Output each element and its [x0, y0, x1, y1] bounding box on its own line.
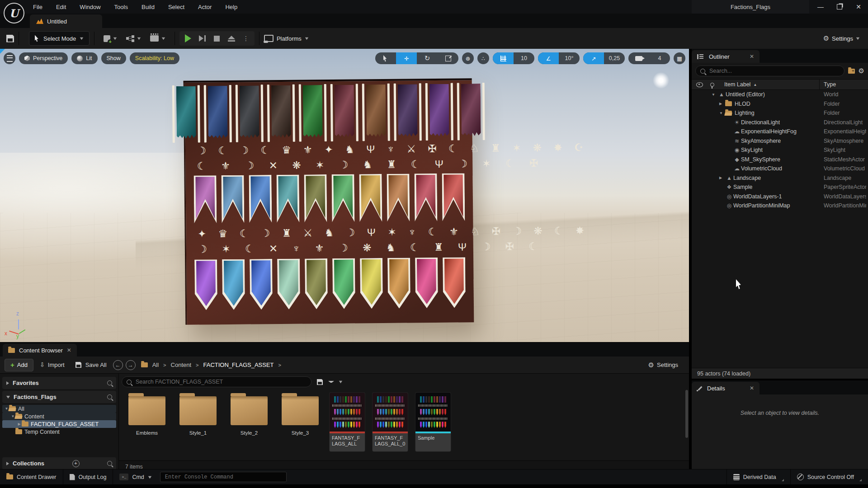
show-dropdown[interactable]: Show	[101, 52, 126, 64]
expand-arrow-icon[interactable]: ▶	[719, 102, 725, 106]
folder-tree-item[interactable]: ▼Content	[2, 413, 116, 420]
content-drawer-button[interactable]: Content Drawer	[0, 469, 63, 484]
move-tool-button[interactable]: ✛	[396, 52, 417, 64]
outliner-row[interactable]: ▼LightingFolder	[692, 108, 868, 118]
import-button[interactable]: ⇩ Import	[36, 361, 68, 368]
perspective-dropdown[interactable]: Perspective	[19, 52, 68, 64]
frame-skip-button[interactable]	[196, 32, 209, 45]
stop-button[interactable]	[210, 32, 224, 45]
console-input[interactable]	[164, 474, 283, 481]
tab-untitled[interactable]: Untitled	[30, 14, 102, 28]
asset-search-input[interactable]	[135, 378, 307, 385]
breadcrumb-item[interactable]: FACTION_FLAGS_ASSET	[203, 361, 274, 368]
add-button[interactable]: + Add	[5, 359, 33, 371]
outliner-row[interactable]: ◉SkyLightSkyLight	[692, 145, 868, 155]
new-folder-icon[interactable]: +	[848, 69, 855, 74]
collections-section[interactable]: Collections +	[2, 457, 116, 469]
cmd-dropdown[interactable]: >_ Cmd ▼	[113, 469, 158, 484]
tab-content-browser[interactable]: Content Browser ✕	[3, 344, 77, 357]
breadcrumb-item[interactable]: All	[152, 361, 159, 368]
menu-actor[interactable]: Actor	[191, 4, 218, 10]
toolbar-settings-button[interactable]: ⚙ Settings ▼	[823, 34, 868, 42]
surface-snap-button[interactable]: ∴	[477, 52, 489, 64]
folder-tile[interactable]: Style_2	[227, 393, 271, 436]
menu-build[interactable]: Build	[135, 4, 161, 10]
scrollbar[interactable]	[685, 390, 688, 438]
source-control-button[interactable]: Source Control Off	[791, 469, 868, 484]
outliner-row[interactable]: ◆SM_SkySphereStaticMeshActor	[692, 155, 868, 164]
close-icon[interactable]: ✕	[750, 385, 754, 391]
rotation-snap-value[interactable]: 10°	[559, 52, 580, 64]
outliner-row[interactable]: ▶HLODFolder	[692, 99, 868, 109]
expand-arrow-icon[interactable]: ▶	[17, 422, 22, 426]
project-section[interactable]: Factions_Flags	[2, 391, 116, 403]
save-icon[interactable]	[6, 35, 14, 42]
select-tool-button[interactable]	[375, 52, 396, 64]
filter-icon[interactable]	[328, 381, 334, 383]
console-input-box[interactable]	[160, 472, 287, 482]
rotation-snap-toggle[interactable]: ∠	[538, 52, 559, 64]
close-button[interactable]: ✕	[849, 0, 868, 14]
menu-select[interactable]: Select	[161, 4, 191, 10]
collapse-arrow-icon[interactable]: ▼	[712, 93, 717, 97]
asset-tile[interactable]: FANTASY_FLAGS_ALL_0	[373, 393, 408, 451]
add-collection-icon[interactable]: +	[72, 460, 80, 467]
asset-tile[interactable]: FANTASY_FLAGS_ALL	[330, 393, 365, 451]
world-space-button[interactable]: ⊕	[462, 52, 474, 64]
expand-arrow-icon[interactable]: ▶	[719, 176, 725, 180]
chevron-down-icon[interactable]: ▼	[338, 380, 343, 384]
outliner-row[interactable]: ◎WorldDataLayers-1WorldDataLayers	[692, 192, 868, 202]
rotate-tool-button[interactable]: ↻	[417, 52, 438, 64]
grid-snap-toggle[interactable]	[493, 52, 514, 64]
asset-tile[interactable]: Sample	[415, 393, 451, 451]
output-log-button[interactable]: Output Log	[63, 469, 113, 484]
scale-tool-button[interactable]	[438, 52, 458, 64]
derived-data-button[interactable]: Derived Data	[727, 469, 790, 484]
viewport[interactable]: ☽ ☾ ☽ ☾ ♛ ⚜ ✦ ♞ Ψ ♆ ⚔ ✠ ☾ ♘ ♜ ✶ ❋ ✸ ☪ ☾ …	[0, 49, 689, 342]
scale-snap-toggle[interactable]: ↗	[583, 52, 604, 64]
save-all-button[interactable]: Save All	[71, 361, 110, 369]
menu-file[interactable]: File	[26, 4, 49, 10]
tab-outliner[interactable]: Outliner ✕	[692, 50, 760, 63]
content-browser-settings-button[interactable]: ⚙ Settings	[648, 361, 684, 369]
search-icon[interactable]	[107, 380, 112, 385]
outliner-settings-icon[interactable]: ⚙	[859, 67, 864, 75]
forward-button[interactable]: →	[126, 360, 136, 370]
grid-snap-value[interactable]: 10	[514, 52, 534, 64]
eject-button[interactable]	[225, 32, 238, 45]
outliner-row[interactable]: ☀DirectionalLightDirectionalLight	[692, 118, 868, 127]
tab-details[interactable]: Details ✕	[692, 382, 760, 394]
menu-edit[interactable]: Edit	[49, 4, 73, 10]
scalability-button[interactable]: Scalability: Low	[130, 52, 179, 64]
blueprints-button[interactable]: ▼	[122, 35, 146, 42]
pin-icon[interactable]	[710, 83, 714, 87]
visibility-eye-icon[interactable]	[696, 82, 703, 87]
outliner-row[interactable]: ▼▲Untitled (Editor)World	[692, 90, 868, 99]
search-icon[interactable]	[107, 394, 112, 399]
platforms-dropdown[interactable]: Platforms ▼	[264, 35, 309, 42]
folder-tile[interactable]: Style_1	[176, 393, 220, 436]
save-search-icon[interactable]	[317, 379, 323, 385]
close-icon[interactable]: ✕	[67, 347, 71, 353]
favorites-section[interactable]: Favorites	[2, 377, 116, 389]
outliner-row[interactable]: ◎WorldPartitionMiniMapWorldPartitionMini…	[692, 201, 868, 211]
outliner-row[interactable]: ▶▲LandscapeLandscape	[692, 174, 868, 183]
outliner-row[interactable]: ❖SamplePaperSpriteActor	[692, 183, 868, 192]
folder-tile[interactable]: Style_3	[278, 393, 322, 436]
back-button[interactable]: ←	[113, 360, 123, 370]
outliner-search[interactable]	[695, 66, 844, 76]
minimize-button[interactable]: —	[811, 0, 830, 14]
menu-window[interactable]: Window	[73, 4, 107, 10]
outliner-row[interactable]: ☁VolumetricCloudVolumetricCloud	[692, 164, 868, 174]
item-label-column[interactable]: Item Label	[724, 81, 750, 88]
unreal-logo[interactable]: U	[4, 3, 24, 23]
folder-tree-item[interactable]: ▼All	[2, 405, 116, 413]
scale-snap-value[interactable]: 0,25	[604, 52, 625, 64]
cinematics-button[interactable]: ▼	[146, 35, 170, 42]
type-column[interactable]: Type	[824, 81, 836, 88]
menu-help[interactable]: Help	[218, 4, 244, 10]
lit-dropdown[interactable]: Lit	[71, 52, 97, 64]
camera-speed-button[interactable]	[628, 52, 649, 64]
maximize-button[interactable]	[830, 0, 849, 14]
folder-tile[interactable]: Emblems	[125, 393, 169, 436]
